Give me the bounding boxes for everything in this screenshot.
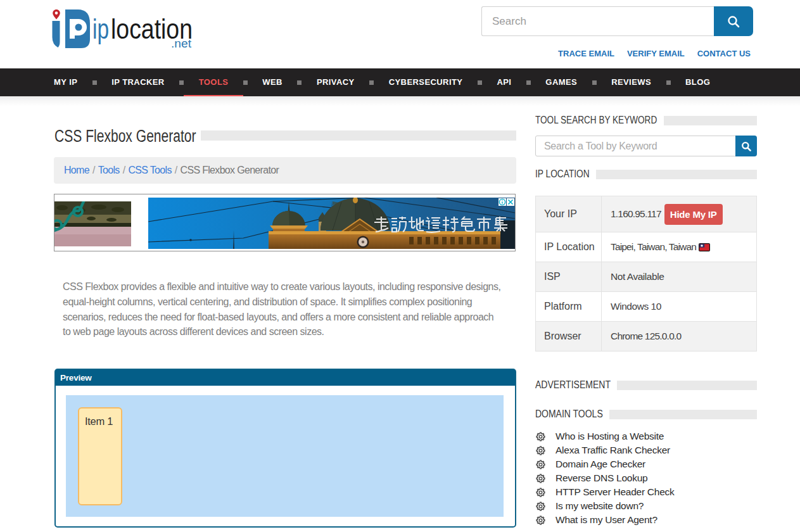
svg-text:ip: ip: [92, 13, 109, 45]
svg-text:.net: .net: [171, 37, 191, 50]
